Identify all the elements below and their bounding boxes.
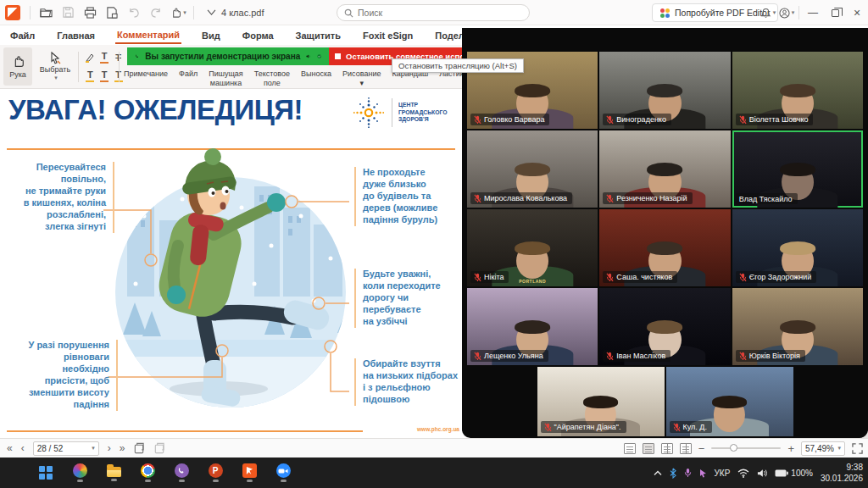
fullscreen-icon[interactable]: [852, 443, 863, 454]
screenshare-mic-icon[interactable]: [684, 468, 692, 478]
zoom-out-button[interactable]: −: [698, 442, 705, 455]
zoom-in-button[interactable]: +: [787, 442, 794, 455]
speaker-icon[interactable]: [306, 52, 310, 61]
toolbar-group-label[interactable]: Выноска: [301, 69, 331, 88]
underline-tool-icon[interactable]: T: [83, 67, 97, 86]
undo-icon[interactable]: [125, 3, 143, 22]
menu-item-foxit-esign[interactable]: Foxit eSign: [361, 28, 415, 43]
search-box[interactable]: [337, 4, 530, 21]
caret-icon: ▾: [773, 9, 776, 16]
toolbar-group-label[interactable]: Пишущая машинка: [209, 69, 243, 88]
participant-tile[interactable]: Юрків Вікторія: [732, 288, 863, 365]
battery-indicator[interactable]: 100%: [775, 469, 813, 478]
select-tool-button[interactable]: Выбрать ▾: [36, 47, 75, 86]
highlight-tool-icon[interactable]: [83, 48, 97, 67]
save-icon[interactable]: [58, 3, 77, 22]
zoom-slider-knob[interactable]: [730, 444, 737, 452]
mic-muted-icon: [474, 273, 481, 282]
zoom-level-value: 57,49%: [805, 444, 834, 453]
export-page-icon[interactable]: [103, 3, 121, 22]
single-page-view-button[interactable]: [624, 443, 636, 454]
participant-tile[interactable]: Єгор Задорожний: [732, 209, 863, 286]
page-number-box[interactable]: 28 / 52 ▾: [33, 441, 99, 456]
restore-button[interactable]: [824, 1, 846, 25]
menu-item-главная[interactable]: Главная: [55, 28, 97, 43]
toolbar-group-label[interactable]: Текстовое поле: [254, 69, 290, 88]
facing-view-button[interactable]: [661, 443, 673, 454]
zoom-level-box[interactable]: 57,49% ▾: [801, 441, 845, 456]
bluetooth-icon[interactable]: [670, 468, 676, 479]
participant-name: Іван Масліков: [616, 352, 665, 360]
toolbar-group-label[interactable]: Примечание: [124, 69, 168, 88]
screenshare-pointer-icon[interactable]: [699, 469, 707, 478]
participant-tile[interactable]: Іван Масліков: [599, 288, 730, 365]
participant-name: Резниченко Назарій: [616, 194, 687, 202]
menu-item-форма[interactable]: Форма: [241, 28, 275, 43]
menu-item-файл[interactable]: Файл: [8, 28, 36, 43]
first-page-button[interactable]: «: [7, 442, 13, 454]
website-link: www.phc.org.ua: [417, 426, 459, 432]
language-indicator[interactable]: УКР: [715, 469, 731, 478]
foxit-reader-taskbar-icon[interactable]: [239, 460, 259, 485]
previous-page-button[interactable]: ‹: [21, 442, 25, 454]
start-taskbar-icon[interactable]: [36, 460, 56, 485]
squiggly-underline-tool-icon[interactable]: T: [97, 48, 112, 67]
caret-insert-tool-icon[interactable]: T: [97, 67, 112, 86]
clock[interactable]: 9:38 30.01.2026: [821, 462, 863, 484]
participant-name-tag: Юрків Вікторія: [736, 350, 805, 362]
menu-item-комментарий[interactable]: Комментарий: [115, 27, 181, 44]
snapshot-icon[interactable]: [133, 442, 145, 454]
volume-icon[interactable]: [757, 469, 767, 478]
participant-name-tag: "Айрапетян Діана".: [541, 421, 626, 433]
account-icon[interactable]: ▾: [777, 3, 796, 22]
participant-tile[interactable]: "Айрапетян Діана".: [537, 367, 665, 436]
divider: [119, 52, 120, 82]
file-explorer-taskbar-icon[interactable]: [103, 460, 124, 485]
caret-icon: ▾: [54, 75, 58, 81]
book-view-button[interactable]: [680, 443, 692, 454]
close-button[interactable]: ×: [846, 1, 868, 25]
editor-logo-icon: [660, 8, 670, 18]
divider: [193, 6, 194, 19]
redo-icon[interactable]: [147, 3, 165, 22]
continuous-view-button[interactable]: [643, 443, 654, 454]
zoom-slider[interactable]: [711, 447, 781, 449]
minimize-button[interactable]: —: [802, 1, 824, 25]
participant-tile[interactable]: PORTLANDНікіта: [467, 209, 598, 286]
participant-tile[interactable]: Кул. Д.: [666, 367, 793, 436]
participant-tile[interactable]: Резниченко Назарій: [599, 130, 730, 208]
viber-taskbar-icon[interactable]: [171, 460, 192, 485]
participant-tile[interactable]: Саша. чистяков: [599, 209, 730, 286]
toolbar-group-label[interactable]: Файл: [179, 69, 198, 88]
notifications-bell-icon[interactable]: ▾: [759, 3, 777, 22]
last-page-button[interactable]: »: [120, 442, 125, 454]
photos-taskbar-icon[interactable]: [70, 460, 90, 485]
participant-tile[interactable]: Влад Тяскайло: [732, 130, 863, 208]
participant-tile[interactable]: Віолетта Шовчко: [732, 52, 863, 129]
participant-name-tag: Нікіта: [470, 271, 509, 283]
open-file-icon[interactable]: [36, 3, 55, 22]
zoom-taskbar-icon[interactable]: [273, 460, 293, 485]
participant-tile[interactable]: Винограденко: [599, 52, 730, 129]
document-tab[interactable]: 4 клас.pdf: [200, 8, 271, 18]
hand-stamp-tool-icon[interactable]: ▾: [169, 3, 187, 22]
wifi-icon[interactable]: [737, 469, 749, 478]
clipboard-icon[interactable]: [153, 442, 165, 454]
powerpoint-taskbar-icon[interactable]: P: [205, 460, 225, 485]
menu-item-вид[interactable]: Вид: [200, 28, 222, 43]
participant-name-tag: Мирослава Ковалькова: [470, 192, 572, 204]
participant-name-tag: Винограденко: [603, 114, 671, 125]
print-icon[interactable]: [81, 3, 99, 22]
mic-muted-icon: [474, 194, 481, 203]
participant-name: "Айрапетян Діана".: [554, 423, 621, 431]
participant-name: Саша. чистяков: [616, 273, 672, 281]
participant-tile[interactable]: Мирослава Ковалькова: [467, 130, 598, 208]
menu-item-защитить[interactable]: Защитить: [294, 28, 342, 43]
toolbar-group-label[interactable]: Рисование ▾: [342, 69, 381, 88]
hand-tool-button[interactable]: Рука: [3, 47, 32, 86]
next-page-button[interactable]: ›: [108, 442, 111, 454]
participant-tile[interactable]: Лещенко Ульяна: [467, 288, 598, 365]
chrome-taskbar-icon[interactable]: [137, 460, 158, 485]
search-input[interactable]: [358, 8, 502, 18]
tray-chevron-icon[interactable]: [654, 470, 662, 476]
